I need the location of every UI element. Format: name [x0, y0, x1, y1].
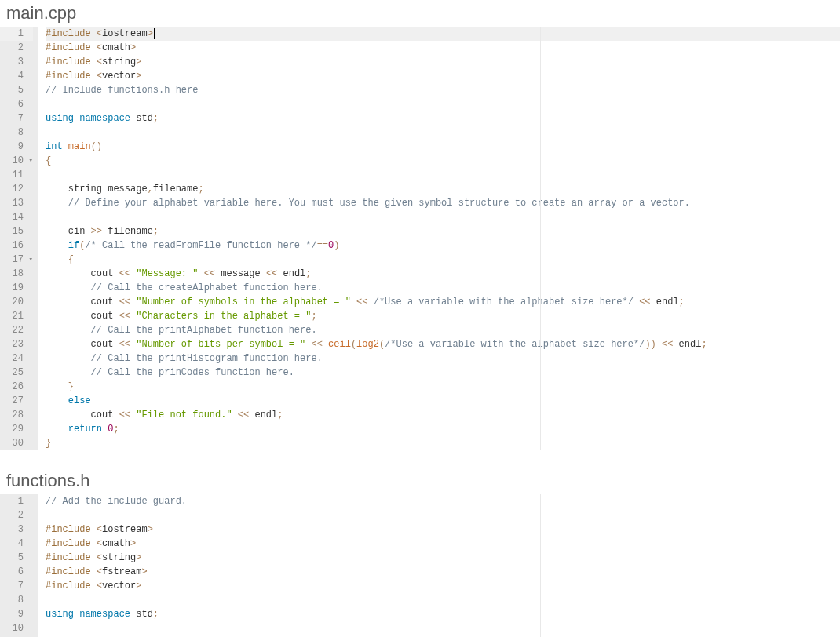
line-number: 18: [0, 267, 33, 281]
code-token: <<: [266, 267, 277, 281]
code-token: int: [46, 140, 63, 154]
code-token: >: [136, 579, 141, 593]
code-token: [634, 295, 639, 309]
code-token: ;: [679, 295, 685, 309]
code-line[interactable]: [46, 593, 840, 607]
code-token: std: [130, 607, 153, 621]
code-token: <<: [311, 337, 322, 351]
code-line[interactable]: #include <fstream>: [46, 565, 840, 579]
code-token: <: [97, 579, 102, 593]
code-editor[interactable]: 123456789101112▾131415161718// Add the i…: [0, 494, 840, 637]
code-token: 0: [108, 422, 113, 436]
code-line[interactable]: #include <string>: [46, 55, 840, 69]
code-token: <<: [639, 295, 650, 309]
code-token: "Message: ": [136, 267, 198, 281]
code-line[interactable]: #include <vector>: [46, 579, 840, 593]
code-token: >: [136, 55, 141, 69]
code-line[interactable]: // Call the printHistogram function here…: [46, 351, 840, 366]
code-line[interactable]: [46, 97, 840, 111]
fold-icon[interactable]: ▾: [27, 253, 33, 267]
code-token: using: [46, 111, 74, 126]
code-token: /*Use a variable with the alphabet size …: [385, 337, 645, 351]
code-token: cout: [46, 309, 119, 323]
code-token: <: [97, 522, 102, 537]
code-line[interactable]: #include <vector>: [46, 69, 840, 83]
line-number: 5: [0, 83, 33, 97]
code-line[interactable]: return 0;: [46, 422, 840, 436]
code-area[interactable]: #include <iostream>#include <cmath>#incl…: [38, 27, 840, 450]
code-line[interactable]: if(/* Call the readFromFile function her…: [46, 238, 840, 253]
code-token: <<: [662, 337, 673, 351]
line-number: 4: [0, 69, 33, 83]
code-token: (: [379, 337, 385, 351]
code-token: [305, 337, 311, 351]
code-editor[interactable]: 12345678910▾11121314151617▾1819202122232…: [0, 27, 840, 450]
code-token: ): [334, 238, 339, 253]
code-line[interactable]: {: [46, 154, 840, 168]
code-line[interactable]: }: [46, 380, 840, 394]
code-line[interactable]: int main(): [46, 140, 840, 154]
code-token: // Call the printHistogram function here…: [91, 351, 323, 366]
code-line[interactable]: // Define your alphabet variable here. Y…: [46, 196, 840, 210]
code-token: else: [68, 394, 91, 408]
code-line[interactable]: cout << "Number of bits per symbol = " <…: [46, 337, 840, 351]
code-token: <: [97, 55, 102, 69]
code-line[interactable]: #include <iostream>: [46, 522, 840, 537]
code-token: [351, 295, 356, 309]
code-line[interactable]: #include <cmath>: [46, 41, 840, 55]
code-line[interactable]: #include <cmath>: [46, 537, 840, 551]
code-token: endl: [651, 295, 679, 309]
code-token: // Call the prinCodes function here.: [91, 366, 294, 380]
code-token: [46, 323, 91, 337]
code-token: cout: [46, 267, 119, 281]
code-line[interactable]: cout << "Characters in the alphabet = ";: [46, 309, 840, 323]
code-token: <: [97, 565, 102, 579]
code-line[interactable]: // Call the prinCodes function here.: [46, 366, 840, 380]
code-line[interactable]: // Call the printAlphabet function here.: [46, 323, 840, 337]
code-token: [74, 607, 79, 621]
code-line[interactable]: {: [46, 253, 840, 267]
code-line[interactable]: using namespace std;: [46, 607, 840, 621]
code-line[interactable]: // Include functions.h here: [46, 83, 840, 97]
code-line[interactable]: cin >> filename;: [46, 224, 840, 238]
code-line[interactable]: // Call the createAlphabet function here…: [46, 281, 840, 295]
code-line[interactable]: }: [46, 436, 840, 450]
code-token: [46, 380, 68, 394]
code-token: >: [148, 522, 153, 537]
code-line[interactable]: cout << "Number of symbols in the alphab…: [46, 295, 840, 309]
code-token: endl: [673, 337, 701, 351]
code-token: [232, 408, 238, 422]
code-line[interactable]: [46, 508, 840, 522]
code-line[interactable]: #include <iostream>: [46, 27, 840, 41]
code-line[interactable]: cout << "File not found." << endl;: [46, 408, 840, 422]
code-token: iostream: [102, 27, 148, 41]
line-number: 20: [0, 295, 33, 309]
code-line[interactable]: [46, 126, 840, 140]
code-token: [130, 309, 136, 323]
code-line[interactable]: [46, 168, 840, 182]
line-number: 23: [0, 337, 33, 351]
code-token: ;: [277, 408, 283, 422]
code-line[interactable]: [46, 621, 840, 635]
code-line[interactable]: #include <string>: [46, 551, 840, 565]
code-token: namespace: [79, 111, 130, 126]
code-token: }: [46, 436, 51, 450]
line-number: 13: [0, 196, 33, 210]
code-line[interactable]: string message,filename;: [46, 182, 840, 196]
code-line[interactable]: // Add the include guard.: [46, 494, 840, 508]
code-area[interactable]: // Add the include guard.#include <iostr…: [38, 494, 840, 637]
code-token: <<: [119, 309, 130, 323]
code-token: log2: [356, 337, 379, 351]
code-line[interactable]: [46, 210, 840, 224]
code-line[interactable]: else: [46, 394, 840, 408]
code-token: [130, 337, 136, 351]
line-number-gutter: 12345678910▾11121314151617▾1819202122232…: [0, 27, 38, 450]
code-line[interactable]: cout << "Message: " << message << endl;: [46, 267, 840, 281]
line-number: 29: [0, 422, 33, 436]
code-line[interactable]: using namespace std;: [46, 111, 840, 126]
code-token: "Characters in the alphabet = ": [136, 309, 311, 323]
code-token: <<: [119, 295, 130, 309]
code-token: (: [79, 238, 85, 253]
fold-icon[interactable]: ▾: [27, 154, 33, 168]
code-token: [656, 337, 662, 351]
